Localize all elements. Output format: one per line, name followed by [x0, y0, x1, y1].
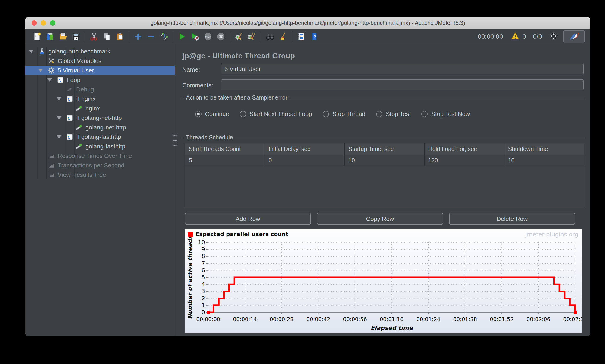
- y-tick-label: 10: [198, 239, 205, 246]
- x-tick-label: 00:02:20: [563, 316, 582, 322]
- jmeter-window: golang-http-benchmark.jmx (/Users/nicola…: [26, 17, 590, 336]
- open-icon[interactable]: [56, 31, 69, 43]
- table-cell[interactable]: 5: [185, 155, 265, 166]
- copy-row-button[interactable]: Copy Row: [317, 213, 443, 225]
- tree-item-label: If golang-net-http: [76, 114, 122, 122]
- expand-arrow-icon[interactable]: [29, 50, 34, 53]
- radio-label: Stop Test: [386, 110, 411, 118]
- tree-item-global-variables[interactable]: Global Variables: [26, 56, 175, 65]
- expand-arrow-icon[interactable]: [48, 78, 52, 81]
- radio-stop-test[interactable]: Stop Test: [376, 110, 411, 118]
- tree-item-golang-net-http[interactable]: golang-net-http: [26, 122, 175, 132]
- sampler-icon: [75, 143, 83, 150]
- table-cell[interactable]: 10: [345, 155, 425, 166]
- clear-icon[interactable]: [233, 31, 246, 43]
- new-file-icon[interactable]: [31, 31, 43, 43]
- comments-input[interactable]: [221, 79, 584, 90]
- stop-icon[interactable]: STOP: [201, 31, 214, 43]
- search-reset-icon[interactable]: [276, 31, 289, 43]
- tree-item-nginx[interactable]: nginx: [26, 104, 175, 113]
- minimize-button[interactable]: [41, 20, 46, 26]
- radio-stop-test-now[interactable]: Stop Test Now: [421, 110, 470, 118]
- radio-start-next-thread-loop[interactable]: Start Next Thread Loop: [240, 110, 312, 118]
- x-tick-label: 00:00:56: [343, 316, 367, 322]
- tree-item-loop[interactable]: Loop: [26, 75, 175, 85]
- x-tick-label: 00:01:10: [380, 316, 404, 322]
- start-icon[interactable]: [176, 31, 189, 43]
- threads-schedule-table: Start Threads CountInitial Delay, secSta…: [185, 143, 584, 208]
- radio-dot-icon[interactable]: [421, 111, 428, 117]
- controller-icon: [66, 95, 73, 103]
- tree-item-label: If nginx: [76, 95, 96, 103]
- copy-icon[interactable]: [101, 31, 114, 43]
- tree-item-transactions-per-second[interactable]: Transactions per Second: [26, 160, 175, 170]
- svg-text:?: ?: [313, 34, 316, 39]
- clear-all-icon[interactable]: [246, 31, 259, 43]
- pencil-icon: [66, 86, 73, 93]
- templates-icon[interactable]: [43, 31, 56, 43]
- expand-arrow-icon[interactable]: [57, 135, 61, 139]
- radio-dot-icon[interactable]: [376, 111, 382, 117]
- expand-arrow-icon[interactable]: [57, 117, 61, 119]
- remove-icon[interactable]: [145, 31, 158, 43]
- tree-item-debug[interactable]: Debug: [26, 85, 175, 94]
- tree-item-5-virtual-user[interactable]: 5 Virtual User: [26, 65, 175, 75]
- tree-item-if-golang-net-http[interactable]: If golang-net-http: [26, 113, 175, 122]
- save-icon[interactable]: [69, 31, 82, 43]
- radio-dot-icon[interactable]: [195, 111, 201, 117]
- table-cell[interactable]: 0: [265, 155, 345, 166]
- tree-item-view-results-tree[interactable]: View Results Tree: [26, 170, 175, 180]
- table-header-cell: Initial Delay, sec: [265, 143, 345, 155]
- radio-continue[interactable]: Continue: [195, 110, 229, 118]
- toolbar-separator: [173, 32, 173, 41]
- comments-label: Comments:: [182, 82, 213, 89]
- active-threads-count: 0/0: [533, 33, 542, 40]
- tree-item-if-nginx[interactable]: If nginx: [26, 94, 175, 104]
- toolbar-separator: [129, 32, 129, 41]
- radio-stop-thread[interactable]: Stop Thread: [323, 110, 366, 118]
- start-no-timers-icon[interactable]: [189, 31, 201, 43]
- tree-item-label: View Results Tree: [58, 171, 106, 179]
- tree-item-if-golang-fasthttp[interactable]: If golang-fasthttp: [26, 132, 175, 142]
- close-button[interactable]: [31, 20, 37, 26]
- add-icon[interactable]: [132, 31, 145, 43]
- jmeter-logo-button[interactable]: [563, 30, 585, 43]
- radio-label: Start Next Thread Loop: [250, 110, 312, 118]
- traffic-lights: [31, 20, 55, 26]
- expand-arrow-icon[interactable]: [38, 69, 43, 72]
- tree-item-label: Loop: [67, 77, 80, 84]
- remote-status-icon[interactable]: [549, 31, 558, 42]
- tree-item-golang-fasthttp[interactable]: golang-fasthttp: [26, 142, 175, 151]
- tree-item-label: 5 Virtual User: [58, 67, 94, 74]
- paste-icon[interactable]: [114, 31, 126, 43]
- search-icon[interactable]: [263, 31, 276, 43]
- reset-icon[interactable]: [158, 31, 171, 43]
- function-helper-icon[interactable]: [295, 31, 308, 43]
- sampler-error-title: Action to be taken after a Sampler error: [184, 94, 290, 101]
- table-cell[interactable]: 10: [504, 155, 584, 166]
- toolbar-separator: [261, 32, 261, 41]
- tree-item-label: golang-net-http: [85, 124, 126, 131]
- tree-item-response-times-over-time[interactable]: Response Times Over Time: [26, 151, 175, 160]
- y-tick-label: 2: [201, 295, 205, 302]
- listener-icon: [48, 152, 55, 159]
- y-tick-label: 7: [201, 260, 205, 267]
- table-cell[interactable]: 120: [425, 155, 504, 166]
- zoom-button[interactable]: [50, 20, 55, 26]
- tree-item-golang-http-benchmark[interactable]: golang-http-benchmark: [26, 47, 175, 56]
- name-input[interactable]: [221, 64, 584, 74]
- cut-icon[interactable]: [88, 31, 101, 43]
- add-row-button[interactable]: Add Row: [185, 213, 311, 225]
- delete-row-button[interactable]: Delete Row: [449, 213, 575, 225]
- y-tick-label: 6: [201, 267, 205, 274]
- warning-icon[interactable]: [511, 32, 520, 41]
- x-tick-label: 00:01:24: [416, 316, 440, 322]
- listener-icon: [48, 162, 55, 169]
- y-tick-label: 1: [201, 302, 205, 309]
- listener-icon: [48, 171, 55, 179]
- help-icon[interactable]: ?: [308, 31, 321, 43]
- radio-dot-icon[interactable]: [323, 111, 329, 117]
- expand-arrow-icon[interactable]: [57, 97, 61, 101]
- radio-dot-icon[interactable]: [240, 111, 246, 117]
- shutdown-icon[interactable]: [214, 31, 227, 43]
